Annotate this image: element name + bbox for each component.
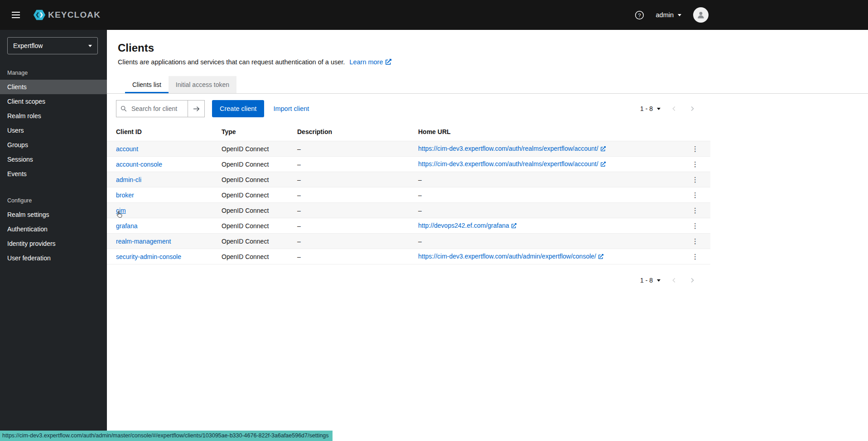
sidebar-nav: ManageClientsClient scopesRealm rolesUse… bbox=[0, 62, 107, 265]
row-kebab-menu[interactable]: ⋮ bbox=[689, 252, 701, 261]
client-type-cell: OpenID Connect bbox=[212, 157, 288, 172]
masthead: KEYCLOAK ? admin bbox=[0, 0, 868, 30]
chevron-left-icon bbox=[671, 277, 677, 283]
next-page-button[interactable] bbox=[683, 272, 701, 289]
previous-page-button[interactable] bbox=[665, 100, 683, 117]
learn-more-link[interactable]: Learn more bbox=[349, 58, 391, 66]
table-row: broker OpenID Connect – – ⋮ bbox=[107, 187, 710, 203]
sidebar-item-users[interactable]: Users bbox=[0, 123, 107, 138]
create-client-button[interactable]: Create client bbox=[212, 100, 264, 117]
client-type-cell: OpenID Connect bbox=[212, 234, 288, 249]
row-kebab-menu[interactable]: ⋮ bbox=[689, 221, 701, 230]
realm-selector-label: Expertflow bbox=[13, 42, 43, 49]
pagination-bottom: 1 - 8 bbox=[107, 264, 710, 296]
keycloak-logo: KEYCLOAK bbox=[33, 8, 101, 22]
table-row: account OpenID Connect – https://cim-dev… bbox=[107, 141, 710, 157]
client-home-url-cell: https://cim-dev3.expertflow.com/auth/rea… bbox=[409, 157, 680, 172]
external-link-icon bbox=[598, 253, 603, 260]
client-description-cell: – bbox=[288, 218, 409, 234]
sidebar-item-realm-settings[interactable]: Realm settings bbox=[0, 207, 107, 222]
client-id-link[interactable]: broker bbox=[116, 192, 134, 199]
home-url-link[interactable]: https://cim-dev3.expertflow.com/auth/rea… bbox=[418, 145, 606, 152]
user-menu[interactable]: admin bbox=[656, 11, 682, 19]
avatar[interactable] bbox=[693, 7, 709, 23]
table-row: account-console OpenID Connect – https:/… bbox=[107, 157, 710, 172]
home-url-link[interactable]: https://cim-dev3.expertflow.com/auth/rea… bbox=[418, 160, 606, 168]
row-kebab-menu[interactable]: ⋮ bbox=[689, 175, 701, 184]
tab-clients-list[interactable]: Clients list bbox=[125, 76, 169, 93]
import-client-button[interactable]: Import client bbox=[271, 105, 311, 112]
previous-page-button[interactable] bbox=[665, 272, 683, 289]
client-description-cell: – bbox=[288, 157, 409, 172]
sidebar: Expertflow ManageClientsClient scopesRea… bbox=[0, 30, 107, 441]
sidebar-item-identity-providers[interactable]: Identity providers bbox=[0, 236, 107, 251]
svg-text:?: ? bbox=[638, 12, 641, 18]
search-group bbox=[116, 100, 205, 117]
client-description-cell: – bbox=[288, 234, 409, 249]
client-id-link[interactable]: realm-management bbox=[116, 238, 171, 245]
nav-section-title: Manage bbox=[0, 65, 107, 80]
sidebar-item-user-federation[interactable]: User federation bbox=[0, 251, 107, 265]
username-label: admin bbox=[656, 11, 674, 19]
client-type-cell: OpenID Connect bbox=[212, 172, 288, 187]
chevron-right-icon bbox=[690, 105, 695, 112]
client-description-cell: – bbox=[288, 141, 409, 157]
client-id-link[interactable]: admin-cli bbox=[116, 176, 141, 183]
client-id-link[interactable]: account-console bbox=[116, 161, 162, 168]
home-url-link[interactable]: https://cim-dev3.expertflow.com/auth/adm… bbox=[418, 253, 603, 260]
client-home-url-cell: – bbox=[409, 203, 680, 218]
search-input[interactable] bbox=[116, 100, 188, 117]
chevron-down-icon bbox=[657, 279, 661, 282]
table-row: realm-management OpenID Connect – – ⋮ bbox=[107, 234, 710, 249]
pagination-range-dropdown[interactable]: 1 - 8 bbox=[636, 105, 665, 112]
row-kebab-menu[interactable]: ⋮ bbox=[689, 144, 701, 153]
chevron-right-icon bbox=[690, 277, 695, 283]
tab-initial-access-token[interactable]: Initial access token bbox=[169, 76, 236, 93]
external-link-icon bbox=[601, 145, 606, 153]
column-header-actions bbox=[680, 124, 710, 141]
search-submit-button[interactable] bbox=[188, 100, 205, 117]
row-kebab-menu[interactable]: ⋮ bbox=[689, 191, 701, 199]
row-kebab-menu[interactable]: ⋮ bbox=[689, 206, 701, 215]
arrow-right-icon bbox=[193, 106, 200, 112]
tab-bar: Clients list Initial access token bbox=[107, 76, 868, 94]
column-header-home-url: Home URL bbox=[409, 124, 680, 141]
external-link-icon bbox=[511, 222, 516, 230]
nav-section-title: Configure bbox=[0, 193, 107, 207]
toolbar: Create client Import client 1 - 8 bbox=[107, 94, 710, 124]
column-header-type: Type bbox=[212, 124, 288, 141]
client-home-url-cell: https://cim-dev3.expertflow.com/auth/adm… bbox=[409, 249, 680, 264]
client-description-cell: – bbox=[288, 172, 409, 187]
table-row: grafana OpenID Connect – http://devops24… bbox=[107, 218, 710, 234]
client-id-link[interactable]: account bbox=[116, 145, 138, 153]
sidebar-item-clients[interactable]: Clients bbox=[0, 80, 107, 94]
nav-section: ConfigureRealm settingsAuthenticationIde… bbox=[0, 181, 107, 265]
client-type-cell: OpenID Connect bbox=[212, 187, 288, 203]
sidebar-item-sessions[interactable]: Sessions bbox=[0, 152, 107, 167]
client-id-link[interactable]: grafana bbox=[116, 222, 137, 230]
realm-selector[interactable]: Expertflow bbox=[7, 37, 98, 54]
main-content: Clients Clients are applications and ser… bbox=[107, 30, 868, 441]
home-url-link[interactable]: http://devops242.ef.com/grafana bbox=[418, 222, 516, 229]
client-type-cell: OpenID Connect bbox=[212, 249, 288, 264]
client-home-url-cell: – bbox=[409, 187, 680, 203]
client-id-link[interactable]: cim bbox=[116, 207, 126, 214]
sidebar-item-client-scopes[interactable]: Client scopes bbox=[0, 94, 107, 109]
client-id-link[interactable]: security-admin-console bbox=[116, 253, 181, 260]
sidebar-item-groups[interactable]: Groups bbox=[0, 138, 107, 152]
row-kebab-menu[interactable]: ⋮ bbox=[689, 160, 701, 168]
client-home-url-cell: http://devops242.ef.com/grafana bbox=[409, 218, 680, 234]
table-row: admin-cli OpenID Connect – – ⋮ bbox=[107, 172, 710, 187]
column-header-client-id: Client ID bbox=[107, 124, 212, 141]
row-kebab-menu[interactable]: ⋮ bbox=[689, 237, 701, 245]
client-home-url-cell: – bbox=[409, 172, 680, 187]
nav-toggle-button[interactable] bbox=[7, 7, 24, 23]
sidebar-item-authentication[interactable]: Authentication bbox=[0, 222, 107, 236]
sidebar-item-realm-roles[interactable]: Realm roles bbox=[0, 109, 107, 123]
help-icon[interactable]: ? bbox=[635, 10, 644, 20]
chevron-down-icon bbox=[88, 45, 92, 47]
sidebar-item-events[interactable]: Events bbox=[0, 167, 107, 181]
pagination-range-dropdown[interactable]: 1 - 8 bbox=[636, 277, 665, 284]
next-page-button[interactable] bbox=[683, 100, 701, 117]
status-bar-link-preview: https://cim-dev3.expertflow.com/auth/adm… bbox=[0, 431, 333, 441]
